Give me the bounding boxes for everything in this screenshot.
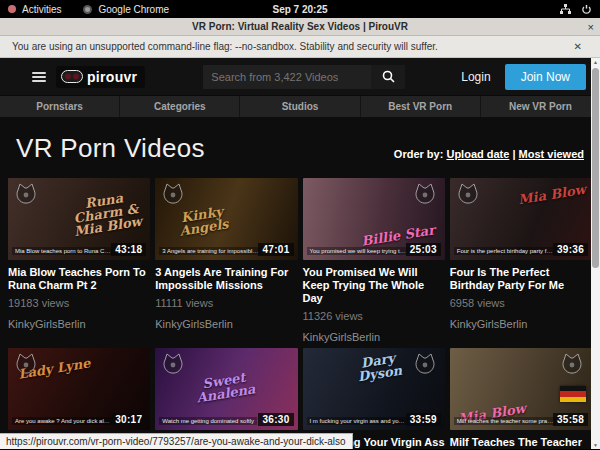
thumb-caption: You promised we will keep trying the who… — [307, 247, 409, 255]
video-studio-link[interactable]: KinkyGirlsBerlin — [8, 318, 150, 330]
search-input[interactable] — [203, 65, 371, 89]
german-flag-icon — [560, 386, 586, 402]
thumb-caption: Four is the perfect birthday party for m… — [454, 247, 556, 255]
order-by-controls: Order by: Upload date | Most viewed — [394, 148, 584, 164]
video-studio-link[interactable]: KinkyGirlsBerlin — [303, 331, 445, 343]
video-thumbnail[interactable]: Sweet Analena Watch me getting dominated… — [155, 348, 297, 430]
thumb-overlay-text: Sweet Analena — [184, 368, 267, 406]
nav-pornstars[interactable]: Pornstars — [0, 96, 120, 117]
status-url-tooltip: https://pirouvr.com/vr-porn-video/779325… — [0, 433, 353, 449]
desktop-top-bar: Activities Google Chrome Sep 7 20:25 — [0, 0, 600, 18]
browser-viewport: pirouvr Login Join Now Pornstars Categor… — [0, 58, 600, 449]
cat-mask-logo-icon — [560, 352, 584, 376]
video-studio-link[interactable]: KinkyGirlsBerlin — [450, 318, 592, 330]
cat-mask-logo-icon — [161, 352, 185, 376]
video-thumbnail[interactable]: Runa Charm & Mia Blow Mia Blow teaches p… — [8, 178, 150, 260]
thumb-caption: 3 Angels are training for impossible mis… — [159, 247, 261, 255]
infobar-close-button[interactable]: ✕ — [574, 41, 588, 52]
site-logo[interactable]: pirouvr — [56, 66, 145, 88]
duration-badge: 39:36 — [553, 243, 588, 256]
scroll-up-arrow-icon[interactable]: ▲ — [593, 58, 598, 66]
main-nav: Pornstars Categories Studios Best VR Por… — [0, 95, 600, 117]
power-icon[interactable] — [581, 4, 592, 15]
video-title[interactable]: Milf Teaches The Teacher Some Practical … — [450, 436, 592, 449]
chrome-icon — [83, 5, 92, 14]
page-title: VR Porn Videos — [16, 133, 205, 164]
cat-mask-logo-icon — [14, 182, 38, 206]
thumb-overlay-text: Dary Dyson — [337, 348, 420, 386]
notification-dot-icon — [8, 5, 16, 13]
video-card[interactable]: Kinky Angels 3 Angels are training for i… — [155, 178, 297, 343]
window-titlebar: VR Porn: Virtual Reality Sex Videos | Pi… — [0, 18, 600, 36]
duration-badge: 33:59 — [406, 413, 441, 426]
search-button[interactable] — [371, 65, 405, 89]
video-views: 19183 views — [8, 297, 150, 309]
order-by-label: Order by: — [394, 148, 444, 160]
cat-mask-logo-icon — [456, 182, 480, 206]
video-views: 11111 views — [155, 297, 297, 309]
thumb-caption: I m fucking your virgin ass and you will… — [307, 417, 409, 425]
video-title[interactable]: 3 Angels Are Training For Impossible Mis… — [155, 266, 297, 292]
video-title[interactable]: Four Is The Perfect Birthday Party For M… — [450, 266, 592, 292]
page-heading-row: VR Porn Videos Order by: Upload date | M… — [0, 117, 600, 178]
cat-mask-logo-icon — [161, 182, 185, 206]
site-header: pirouvr Login Join Now — [0, 58, 600, 95]
window-close-button[interactable]: × — [588, 18, 594, 36]
scrollbar-thumb[interactable] — [592, 68, 599, 268]
video-thumbnail[interactable]: Mia Blow Four is the perfect birthday pa… — [450, 178, 592, 260]
video-card[interactable]: Runa Charm & Mia Blow Mia Blow teaches p… — [8, 178, 150, 343]
activities-button[interactable]: Activities — [22, 4, 61, 15]
login-link[interactable]: Login — [461, 70, 490, 84]
order-upload-date-link[interactable]: Upload date — [446, 148, 509, 160]
nav-new-vr-porn[interactable]: New VR Porn — [481, 96, 600, 117]
video-grid: Runa Charm & Mia Blow Mia Blow teaches p… — [0, 178, 600, 449]
duration-badge: 47:01 — [258, 243, 293, 256]
video-thumbnail[interactable]: Billie Star You promised we will keep tr… — [303, 178, 445, 260]
vr-headset-icon — [61, 70, 83, 83]
duration-badge: 25:03 — [406, 243, 441, 256]
duration-badge: 30:17 — [111, 413, 146, 426]
window-title: VR Porn: Virtual Reality Sex Videos | Pi… — [192, 21, 408, 32]
nav-categories[interactable]: Categories — [120, 96, 240, 117]
page-scrollbar[interactable]: ▲ ▼ — [591, 58, 600, 449]
duration-badge: 36:30 — [258, 413, 293, 426]
thumb-caption: Are you awake ? And your dick also ? — [12, 417, 114, 425]
join-now-button[interactable]: Join Now — [505, 64, 586, 90]
video-thumbnail[interactable]: Dary Dyson I m fucking your virgin ass a… — [303, 348, 445, 430]
order-most-viewed-link[interactable]: Most viewed — [519, 148, 584, 160]
thumb-caption: Milf teaches the teacher some practical … — [454, 417, 556, 425]
video-title[interactable]: You Promised We Will Keep Trying The Who… — [303, 266, 445, 305]
cat-mask-logo-icon — [413, 182, 437, 206]
infobar-message: You are using an unsupported command-lin… — [12, 41, 438, 52]
network-tree-icon[interactable] — [560, 4, 571, 15]
thumb-caption: Watch me getting dominated softly — [159, 417, 257, 425]
chrome-infobar: You are using an unsupported command-lin… — [0, 36, 600, 58]
logo-text: pirouvr — [87, 69, 137, 85]
video-thumbnail[interactable]: Kinky Angels 3 Angels are training for i… — [155, 178, 297, 260]
search-icon — [382, 70, 395, 83]
order-separator: | — [509, 148, 518, 160]
app-name-label[interactable]: Google Chrome — [98, 4, 169, 15]
search-group — [203, 65, 405, 89]
video-card[interactable]: Billie Star You promised we will keep tr… — [303, 178, 445, 343]
nav-studios[interactable]: Studios — [240, 96, 360, 117]
video-views: 6958 views — [450, 297, 592, 309]
video-studio-link[interactable]: KinkyGirlsBerlin — [155, 318, 297, 330]
nav-best-vr-porn[interactable]: Best VR Porn — [361, 96, 481, 117]
scroll-down-arrow-icon[interactable]: ▼ — [593, 441, 598, 449]
video-thumbnail[interactable]: Mia Blow Milf teaches the teacher some p… — [450, 348, 592, 430]
thumb-caption: Mia Blow teaches porn to Runa Charm pt 2 — [12, 247, 114, 255]
video-card[interactable]: Mia Blow Milf teaches the teacher some p… — [450, 348, 592, 449]
duration-badge: 35:58 — [553, 413, 588, 426]
thumb-overlay-text: Mia Blow — [517, 183, 586, 206]
video-views: 11326 views — [303, 310, 445, 322]
video-card[interactable]: Mia Blow Four is the perfect birthday pa… — [450, 178, 592, 343]
duration-badge: 43:18 — [111, 243, 146, 256]
video-thumbnail[interactable]: Lady Lyne Are you awake ? And your dick … — [8, 348, 150, 430]
menu-hamburger-icon[interactable] — [32, 72, 46, 82]
thumb-overlay-text: Kinky Angels — [162, 202, 245, 240]
thumb-overlay-text: Runa Charm & Mia Blow — [64, 188, 149, 239]
video-title[interactable]: Mia Blow Teaches Porn To Runa Charm Pt 2 — [8, 266, 150, 292]
